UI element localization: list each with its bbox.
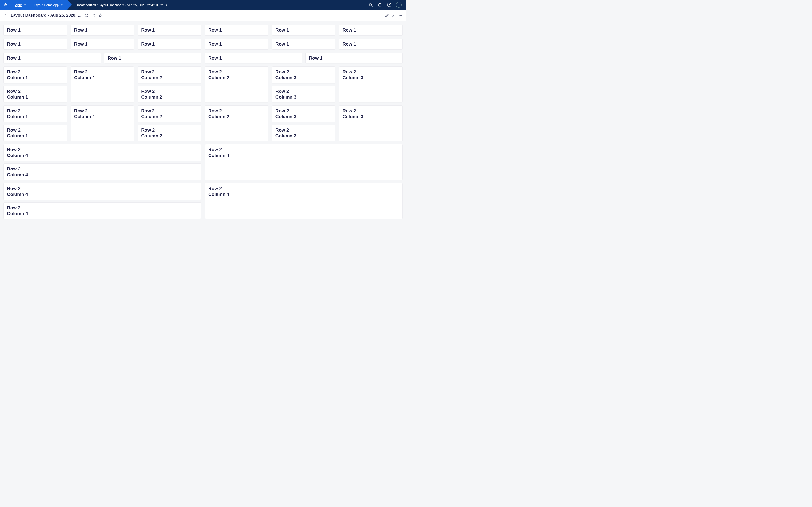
card-row1[interactable]: Row 1 (339, 24, 403, 36)
app-name: Layout Demo App (34, 3, 59, 7)
card-r2c3[interactable]: Row 2Column 3 (272, 86, 336, 103)
edit-icon[interactable] (385, 13, 389, 18)
card-r2c4-tall[interactable]: Row 2Column 4 (205, 144, 403, 180)
row1-line-b: Row 1 Row 1 Row 1 Row 1 Row 1 Row 1 (3, 39, 403, 50)
svg-marker-9 (99, 14, 102, 17)
card-row1[interactable]: Row 1 (339, 39, 403, 50)
card-r2c4[interactable]: Row 2Column 4 (3, 144, 201, 161)
chevron-down-icon: ▾ (24, 3, 26, 6)
svg-point-14 (401, 15, 402, 15)
card-r2c3[interactable]: Row 2Column 3 (272, 125, 336, 142)
row2-col4-block-b: Row 2Column 4 Row 2Column 4 Row 2Column … (3, 183, 403, 219)
breadcrumb-selector[interactable]: Uncategorized / Layout Dashboard - Aug 2… (67, 0, 364, 10)
card-row1[interactable]: Row 1 (3, 53, 101, 64)
brand-logo-area[interactable] (0, 0, 11, 10)
row2-col4-block-a: Row 2Column 4 Row 2Column 4 Row 2Column … (3, 144, 403, 180)
toolbar-right (385, 13, 403, 18)
card-r2c4[interactable]: Row 2Column 4 (3, 163, 201, 180)
app-selector[interactable]: Layout Demo App ▾ (30, 0, 67, 10)
card-r2c2[interactable]: Row 2Column 2 (138, 66, 201, 83)
apps-menu[interactable]: Apps ▾ (11, 0, 30, 10)
star-icon[interactable] (98, 13, 102, 18)
card-r2c4[interactable]: Row 2Column 4 (3, 183, 201, 200)
card-r2c2[interactable]: Row 2Column 2 (138, 105, 201, 122)
top-navbar: Apps ▾ Layout Demo App ▾ Uncategorized /… (0, 0, 406, 10)
card-r2c2-tall[interactable]: Row 2Column 2 (205, 66, 268, 102)
card-r2c2-tall[interactable]: Row 2Column 2 (205, 105, 268, 141)
card-r2c1-tall[interactable]: Row 2Column 1 (70, 66, 134, 102)
card-row1[interactable]: Row 1 (272, 39, 336, 50)
card-r2c4[interactable]: Row 2Column 4 (3, 202, 201, 219)
card-r2c1[interactable]: Row 2Column 1 (3, 66, 67, 83)
card-r2c3[interactable]: Row 2Column 3 (272, 105, 336, 122)
card-row1[interactable]: Row 1 (70, 39, 134, 50)
apps-label: Apps (15, 3, 22, 7)
card-row1[interactable]: Row 1 (205, 39, 268, 50)
card-r2c2[interactable]: Row 2Column 2 (138, 125, 201, 142)
card-r2c1-tall[interactable]: Row 2Column 1 (70, 105, 134, 141)
card-row1[interactable]: Row 1 (138, 24, 201, 36)
card-row1[interactable]: Row 1 (272, 24, 336, 36)
avatar[interactable]: TH (396, 2, 402, 8)
card-r2c3-tall[interactable]: Row 2Column 3 (339, 66, 403, 102)
card-r2c3[interactable]: Row 2Column 3 (272, 66, 336, 83)
card-row1[interactable]: Row 1 (70, 24, 134, 36)
row2-block-1: Row 2Column 1 Row 2Column 1 Row 2Column … (3, 66, 403, 102)
title-actions (85, 13, 102, 18)
more-icon[interactable] (398, 13, 403, 18)
row1-line-a: Row 1 Row 1 Row 1 Row 1 Row 1 Row 1 (3, 24, 403, 36)
card-row1[interactable]: Row 1 (104, 53, 202, 64)
brand-logo-icon (3, 2, 8, 7)
row2-block-2: Row 2Column 1 Row 2Column 1 Row 2Column … (3, 105, 403, 141)
card-r2c1[interactable]: Row 2Column 1 (3, 105, 67, 122)
card-row1[interactable]: Row 1 (205, 24, 268, 36)
dashboard-content: Row 1 Row 1 Row 1 Row 1 Row 1 Row 1 Row … (0, 21, 406, 222)
back-button[interactable] (3, 13, 8, 18)
svg-point-13 (400, 15, 401, 15)
card-r2c1[interactable]: Row 2Column 1 (3, 125, 67, 142)
refresh-icon[interactable] (85, 13, 89, 18)
card-row1[interactable]: Row 1 (305, 53, 403, 64)
svg-point-0 (369, 3, 372, 6)
card-r2c1[interactable]: Row 2Column 1 (3, 86, 67, 103)
page-toolbar: Layout Dashboard - Aug 25, 2020, … (0, 10, 406, 21)
card-r2c2[interactable]: Row 2Column 2 (138, 86, 201, 103)
svg-line-7 (93, 14, 94, 15)
row1-line-c: Row 1 Row 1 Row 1 Row 1 (3, 53, 403, 64)
card-r2c3-tall[interactable]: Row 2Column 3 (339, 105, 403, 141)
svg-point-12 (399, 15, 400, 15)
help-icon[interactable] (387, 2, 392, 7)
topbar-right: TH (364, 0, 406, 10)
svg-line-1 (371, 6, 373, 7)
card-row1[interactable]: Row 1 (205, 53, 302, 64)
bell-icon[interactable] (377, 2, 382, 7)
card-r2c4-tall[interactable]: Row 2Column 4 (205, 183, 403, 219)
card-row1[interactable]: Row 1 (3, 39, 67, 50)
chevron-down-icon: ▾ (61, 3, 63, 6)
svg-line-8 (93, 15, 94, 16)
page-title: Layout Dashboard - Aug 25, 2020, … (11, 13, 82, 18)
breadcrumb: Uncategorized / Layout Dashboard - Aug 2… (75, 3, 163, 7)
search-icon[interactable] (368, 2, 373, 7)
share-icon[interactable] (91, 13, 96, 18)
chevron-down-icon: ▾ (166, 3, 167, 6)
comment-icon[interactable] (392, 13, 396, 18)
card-row1[interactable]: Row 1 (138, 39, 201, 50)
card-row1[interactable]: Row 1 (3, 24, 67, 36)
